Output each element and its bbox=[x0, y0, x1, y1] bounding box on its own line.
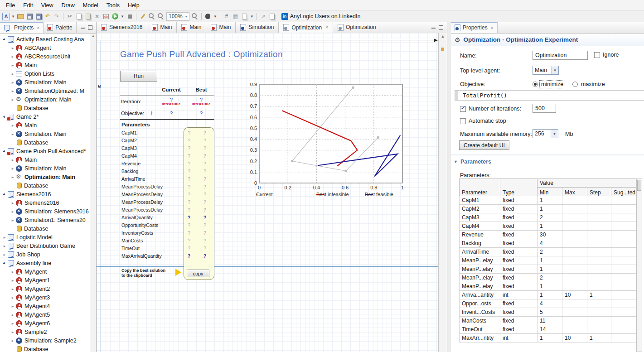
cell[interactable]: Backlog bbox=[460, 239, 500, 248]
new-dropdown-icon[interactable]: ▾ bbox=[11, 12, 15, 20]
tree-item-siemens2016[interactable]: ▸Siemens2016 bbox=[0, 198, 96, 207]
cell[interactable]: fixed bbox=[500, 256, 537, 265]
expand-icon[interactable]: ▸ bbox=[10, 54, 15, 59]
zoom-reset-icon[interactable] bbox=[191, 12, 199, 20]
open-icon[interactable] bbox=[16, 12, 24, 20]
tree-item-simulation-main[interactable]: ▸Simulation: Main bbox=[0, 164, 96, 173]
tree-item-main[interactable]: ▸Main bbox=[0, 121, 96, 130]
cell[interactable]: Invent...Costs bbox=[460, 308, 500, 317]
table-row[interactable]: CapM1fixed1 bbox=[460, 196, 636, 205]
cell[interactable] bbox=[562, 239, 587, 248]
expand-icon[interactable]: ▸ bbox=[10, 201, 15, 205]
tree-item-simulationoptimized-m[interactable]: ▸SimulationOptimized: M bbox=[0, 87, 96, 95]
expand-icon[interactable]: ▸ bbox=[10, 175, 15, 179]
table-row[interactable]: MeanP...elayfixed2 bbox=[460, 274, 636, 282]
minimize-icon[interactable] bbox=[431, 26, 436, 29]
compare-runs-icon[interactable] bbox=[268, 12, 276, 20]
iterations-input[interactable]: 500 bbox=[533, 104, 556, 113]
tree-item-database[interactable]: Database bbox=[0, 224, 96, 233]
paint-icon[interactable] bbox=[139, 12, 147, 20]
grid-icon[interactable]: # bbox=[223, 12, 231, 20]
cell[interactable]: 4 bbox=[537, 239, 562, 248]
tree-item-activity-based-costing-ana[interactable]: ▸Activity Based Costing Ana bbox=[0, 35, 96, 43]
column-header-step[interactable]: Step bbox=[587, 188, 611, 196]
column-header-type[interactable]: Type bbox=[500, 179, 537, 196]
cell[interactable] bbox=[587, 256, 611, 265]
table-row[interactable]: Arriva...antityint1101 bbox=[460, 291, 636, 299]
cell[interactable]: ManCosts bbox=[460, 317, 500, 325]
cell[interactable]: 5 bbox=[537, 308, 562, 317]
table-row[interactable]: Oppor...ostsfixed4 bbox=[460, 299, 636, 308]
column-header-parameter[interactable]: Parameter bbox=[460, 179, 500, 196]
cell[interactable] bbox=[562, 231, 587, 239]
parameters-section-header[interactable]: ▼ Parameters bbox=[454, 159, 491, 165]
cell[interactable] bbox=[562, 282, 587, 291]
expand-icon[interactable]: ▸ bbox=[2, 235, 7, 240]
table-row[interactable]: CapM4fixed1 bbox=[460, 222, 636, 231]
cell[interactable]: 4 bbox=[537, 299, 562, 308]
collapse-icon[interactable]: ▸ bbox=[1, 36, 8, 43]
cell[interactable]: Revenue bbox=[460, 231, 500, 239]
cell[interactable]: MeanP...elay bbox=[460, 282, 500, 291]
tree-item-logistic-model[interactable]: ▸Logistic Model bbox=[0, 233, 96, 241]
zoom-area-icon[interactable] bbox=[148, 12, 156, 20]
top-level-agent-select[interactable]: Main ▼ bbox=[533, 66, 559, 75]
expand-icon[interactable]: ▸ bbox=[10, 313, 15, 317]
table-row[interactable]: Backlogfixed4 bbox=[460, 239, 636, 248]
menu-tools[interactable]: Tools bbox=[102, 1, 124, 10]
collapse-triangle-icon[interactable]: ▼ bbox=[454, 159, 458, 164]
menu-file[interactable]: File bbox=[2, 1, 19, 10]
new-model-icon[interactable]: A bbox=[2, 13, 10, 20]
cell[interactable] bbox=[611, 248, 636, 256]
expand-icon[interactable]: ▸ bbox=[10, 270, 15, 274]
cell[interactable]: MeanP...elay bbox=[460, 265, 500, 274]
cell[interactable] bbox=[611, 256, 636, 265]
expand-icon[interactable]: ▸ bbox=[10, 166, 15, 171]
objective-minimize-option[interactable]: minimize bbox=[533, 81, 565, 88]
name-input[interactable]: Optimization bbox=[533, 51, 588, 60]
cell[interactable] bbox=[587, 274, 611, 282]
pan-dropdown-icon[interactable]: ▾ bbox=[213, 12, 218, 20]
redo-icon[interactable]: ↷ bbox=[53, 12, 61, 20]
tree-item-myagent1[interactable]: ▸MyAgent1 bbox=[0, 276, 96, 284]
tree-item-abcagent[interactable]: ▸ABCAgent bbox=[0, 43, 96, 52]
collapse-icon[interactable]: ▸ bbox=[1, 260, 8, 267]
cell[interactable]: fixed bbox=[500, 308, 537, 317]
expand-icon[interactable]: ▸ bbox=[10, 321, 15, 326]
cell[interactable]: 10 bbox=[562, 334, 587, 342]
parameters-table-scrollbar[interactable] bbox=[636, 178, 642, 352]
expand-icon[interactable]: ▸ bbox=[10, 89, 15, 93]
editor-tab-simulation-4[interactable]: Simulation bbox=[236, 22, 279, 33]
tree-item-simulation-sample2[interactable]: ▸Simulation: Sample2 bbox=[0, 336, 96, 345]
cell[interactable]: 1 bbox=[587, 334, 611, 342]
tree-item-simulation1-siemens20[interactable]: ▸Simulation1: Siemens20 bbox=[0, 216, 96, 224]
zoom-out-icon[interactable] bbox=[157, 12, 165, 20]
cell[interactable] bbox=[562, 222, 587, 231]
tree-item-myagent2[interactable]: ▸MyAgent2 bbox=[0, 284, 96, 293]
cell[interactable]: fixed bbox=[500, 282, 537, 291]
run-config-icon[interactable]: ↗ bbox=[259, 12, 267, 20]
cell[interactable] bbox=[611, 231, 636, 239]
cell[interactable] bbox=[611, 291, 636, 299]
expand-icon[interactable]: ▸ bbox=[10, 338, 15, 343]
zoom-level-select[interactable]: 100%▾ bbox=[166, 12, 189, 21]
tree-item-myagent5[interactable]: ▸MyAgent5 bbox=[0, 310, 96, 319]
tree-item-myagent4[interactable]: ▸MyAgent4 bbox=[0, 302, 96, 310]
memory-select[interactable]: 256 ▼ bbox=[533, 129, 558, 138]
cell[interactable]: fixed bbox=[500, 248, 537, 256]
cell[interactable] bbox=[562, 308, 587, 317]
ignore-checkbox[interactable] bbox=[594, 52, 600, 58]
tree-item-main[interactable]: ▸Main bbox=[0, 155, 96, 164]
close-icon[interactable]: × bbox=[325, 25, 328, 30]
table-row[interactable]: MeanP...elayfixed1 bbox=[460, 282, 636, 291]
table-row[interactable]: MeanP...elayfixed1 bbox=[460, 265, 636, 274]
menu-edit[interactable]: Edit bbox=[19, 1, 37, 10]
expand-icon[interactable]: ▸ bbox=[10, 158, 15, 162]
cell[interactable]: fixed bbox=[500, 274, 537, 282]
menu-view[interactable]: View bbox=[37, 1, 58, 10]
expand-icon[interactable]: ▸ bbox=[10, 209, 15, 214]
cell[interactable] bbox=[587, 205, 611, 213]
table-row[interactable]: MaxArr...ntityint1101 bbox=[460, 334, 636, 342]
tree-item-game-2-[interactable]: ▸Game 2* bbox=[0, 112, 96, 121]
expand-icon[interactable]: ▸ bbox=[10, 72, 15, 76]
